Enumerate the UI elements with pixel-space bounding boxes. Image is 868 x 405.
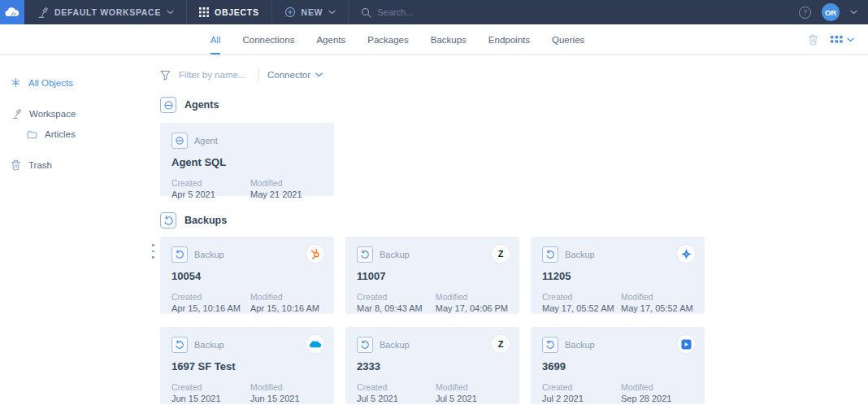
backup-card[interactable]: Backup 10054 Created Apr 15, 10:16 AM Mo… — [160, 237, 334, 314]
agent-type-icon — [171, 133, 188, 149]
card-type-label: Backup — [565, 340, 595, 350]
modified-label: Modified — [250, 382, 323, 392]
search-icon — [361, 7, 371, 18]
new-label: NEW — [302, 7, 323, 17]
objects-grid-icon — [199, 7, 209, 17]
workspace-label: DEFAULT WORKSPACE — [54, 7, 161, 17]
card-type-label: Agent — [194, 136, 218, 146]
modified-label: Modified — [621, 382, 693, 392]
card-title: 10054 — [171, 270, 323, 282]
backup-card[interactable]: Backup 2333 Created Jul 5 2021 Modified … — [345, 327, 519, 404]
backup-type-icon — [542, 337, 558, 353]
drag-handle[interactable] — [152, 244, 154, 259]
delete-icon[interactable] — [808, 34, 818, 46]
chevron-down-icon — [167, 10, 174, 15]
objects-nav-button[interactable]: OBJECTS — [187, 0, 271, 24]
modified-label: Modified — [250, 178, 323, 188]
account-chevron-down-icon[interactable] — [850, 10, 857, 15]
tab-packages[interactable]: Packages — [367, 24, 409, 54]
card-title: 2333 — [357, 360, 508, 372]
modified-label: Modified — [436, 382, 508, 392]
tab-agents[interactable]: Agents — [316, 24, 345, 54]
chevron-down-icon — [328, 10, 336, 15]
sidebar-item-workspace[interactable]: Workspace — [0, 103, 150, 124]
card-title: 3699 — [542, 360, 693, 372]
sidebar-item-articles[interactable]: Articles — [0, 124, 150, 144]
backup-type-icon — [542, 246, 558, 263]
sidebar-articles-label: Articles — [45, 129, 76, 139]
modified-value: Jun 15 2021 — [250, 394, 323, 403]
modified-value: May 17, 05:52 AM — [621, 303, 693, 313]
modified-value: Jul 5 2021 — [436, 394, 508, 403]
card-type-label: Backup — [194, 340, 224, 350]
trash-icon — [11, 159, 21, 171]
filter-divider — [258, 68, 259, 81]
backup-type-icon — [357, 246, 373, 263]
cloud-logo-icon — [4, 7, 20, 18]
backups-section-header: Backups — [160, 212, 868, 229]
backup-card[interactable]: Backup 3699 Created Jul 2 2021 Modified … — [531, 327, 705, 404]
filter-funnel-icon — [160, 70, 171, 81]
workspace-switcher[interactable]: DEFAULT WORKSPACE — [24, 0, 186, 24]
card-type-label: Backup — [565, 250, 595, 259]
sidebar-all-objects-label: All Objects — [28, 78, 73, 88]
backup-type-icon — [171, 337, 188, 353]
plus-circle-icon — [284, 7, 296, 18]
view-mode-switcher[interactable] — [831, 36, 854, 43]
global-search — [349, 0, 799, 24]
tab-all[interactable]: All — [210, 24, 221, 54]
card-type-label: Backup — [194, 250, 224, 259]
card-title: 11205 — [542, 270, 693, 282]
created-value: Apr 15, 10:16 AM — [171, 303, 250, 313]
agent-card[interactable]: Agent Agent SQL Created Apr 5 2021 Modif… — [160, 123, 334, 196]
workspace-lamp-icon — [11, 108, 22, 120]
avatar[interactable]: OR — [822, 3, 840, 21]
sidebar-trash-label: Trash — [28, 160, 52, 170]
backup-type-icon — [160, 212, 176, 229]
help-icon[interactable] — [799, 7, 811, 19]
modified-value: Apr 15, 10:16 AM — [250, 303, 323, 313]
search-input[interactable] — [377, 7, 556, 17]
app-logo[interactable] — [0, 0, 24, 24]
filter-by-name-input[interactable] — [179, 70, 250, 80]
sidebar-workspace-label: Workspace — [29, 109, 76, 119]
created-value: Mar 8, 09:43 AM — [357, 303, 436, 313]
connector-filter-dropdown[interactable]: Connector — [267, 70, 323, 80]
card-title: Agent SQL — [171, 156, 323, 168]
chevron-down-icon — [315, 72, 323, 77]
tab-connections[interactable]: Connections — [242, 24, 294, 54]
modified-value: Sep 28 2021 — [621, 394, 693, 403]
created-value: May 17, 05:52 AM — [542, 303, 621, 313]
agents-section-header: Agents — [160, 97, 868, 113]
salesforce-connector-icon — [306, 335, 324, 353]
new-menu-button[interactable]: NEW — [272, 0, 349, 24]
connector-filter-label: Connector — [267, 70, 310, 80]
card-title: 11007 — [357, 270, 508, 282]
object-type-tabbar: All Connections Agents Packages Backups … — [0, 24, 868, 55]
sidebar-item-all-objects[interactable]: All Objects — [0, 72, 150, 93]
backup-type-icon — [357, 337, 373, 353]
zendesk-connector-icon — [492, 335, 510, 353]
modified-label: Modified — [621, 292, 693, 302]
tab-endpoints[interactable]: Endpoints — [488, 24, 530, 54]
created-value: Apr 5 2021 — [171, 189, 250, 199]
card-title: 1697 SF Test — [171, 360, 323, 372]
tab-queries[interactable]: Queries — [552, 24, 584, 54]
created-label: Created — [542, 292, 621, 302]
modified-value: May 21 2021 — [250, 189, 323, 199]
modified-value: May 17, 04:06 PM — [436, 303, 508, 313]
backup-card[interactable]: Backup 11205 Created May 17, 05:52 AM Mo… — [531, 237, 705, 314]
created-value: Jul 2 2021 — [542, 394, 621, 403]
tab-backups[interactable]: Backups — [431, 24, 467, 54]
backup-card[interactable]: Backup 11007 Created Mar 8, 09:43 AM Mod… — [345, 237, 519, 314]
created-label: Created — [357, 382, 436, 392]
chevron-down-icon — [847, 37, 854, 42]
backup-card[interactable]: Backup 1697 SF Test Created Jun 15 2021 … — [160, 327, 334, 404]
created-label: Created — [171, 178, 250, 188]
backups-section-title: Backups — [184, 215, 227, 226]
hubspot-connector-icon — [306, 245, 324, 263]
grid-view-icon — [831, 36, 843, 43]
sidebar-item-trash[interactable]: Trash — [0, 155, 150, 176]
filter-bar: Connector — [156, 68, 868, 82]
modified-label: Modified — [436, 292, 508, 302]
